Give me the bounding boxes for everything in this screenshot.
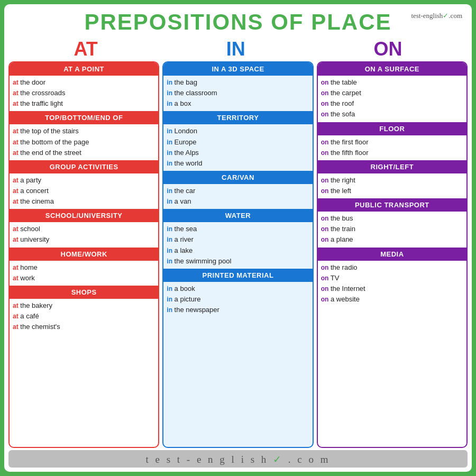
section-header: FLOOR xyxy=(318,122,466,135)
section-items: at homeat work xyxy=(10,261,158,286)
preposition: at xyxy=(13,89,19,97)
preposition: at xyxy=(13,139,19,146)
page-inner: PREPOSITIONS OF PLACE test-english✓.com … xyxy=(4,4,472,472)
section-header: IN A 3D SPACE xyxy=(163,62,312,76)
preposition: at xyxy=(13,225,19,233)
footer-bar: t e s t - e n g l i s h ✓ . c o m xyxy=(8,450,468,468)
preposition: on xyxy=(321,100,329,107)
section-items: at a partyat a concertat the cinema xyxy=(10,173,158,209)
list-item: at a café xyxy=(13,311,155,322)
section-items: in the seain a riverin a lakein the swim… xyxy=(163,222,312,269)
preposition: at xyxy=(13,236,19,243)
list-item: in the classroom xyxy=(167,88,309,98)
in-column: IN A 3D SPACEin the bagin the classroomi… xyxy=(162,61,313,448)
preposition: at xyxy=(13,149,19,157)
list-item: in the sea xyxy=(167,224,309,234)
list-item: at the end of the street xyxy=(13,148,155,158)
preposition: in xyxy=(167,127,172,135)
list-item: at the bakery xyxy=(13,300,155,311)
section-items: in Londonin Europein the Alpsin the worl… xyxy=(163,124,312,171)
section-header: SHOPS xyxy=(10,286,158,299)
preposition: at xyxy=(13,187,19,195)
preposition: on xyxy=(321,225,329,233)
at-title: AT xyxy=(74,38,97,60)
list-item: on the radio xyxy=(321,262,463,273)
preposition: on xyxy=(321,139,329,146)
section-header: PUBLIC TRANSPORT xyxy=(318,198,466,212)
preposition: at xyxy=(13,313,19,320)
section-header: HOME/WORK xyxy=(10,248,158,261)
list-item: in a box xyxy=(167,98,309,109)
preposition: on xyxy=(321,177,329,184)
preposition: in xyxy=(167,149,172,157)
page-header: PREPOSITIONS OF PLACE test-english✓.com xyxy=(4,4,472,36)
preposition: in xyxy=(167,306,172,314)
preposition: in xyxy=(167,258,172,265)
preposition: at xyxy=(13,323,19,331)
list-item: on the sofa xyxy=(321,109,463,120)
list-item: in the world xyxy=(167,158,309,169)
list-item: in the Alps xyxy=(167,148,309,158)
list-item: in a picture xyxy=(167,294,309,305)
preposition: in xyxy=(167,285,172,292)
section-header: RIGHT/LEFT xyxy=(318,160,466,173)
preposition: at xyxy=(13,100,19,107)
list-item: at the traffic light xyxy=(13,98,155,109)
columns-body: AT A POINTat the doorat the crossroadsat… xyxy=(4,61,472,450)
preposition: in xyxy=(167,89,172,97)
preposition: on xyxy=(321,236,329,243)
footer-text: t e s t - e n g l i s h ✓ . c o m xyxy=(145,454,330,465)
section-items: in the carin a van xyxy=(163,184,312,209)
preposition: in xyxy=(167,139,172,146)
list-item: at the top of the stairs xyxy=(13,126,155,136)
on-title: ON xyxy=(374,38,402,60)
list-item: at the crossroads xyxy=(13,88,155,98)
section-header: SCHOOL/UNIVERSITY xyxy=(10,209,158,222)
page-title: PREPOSITIONS OF PLACE xyxy=(4,10,472,35)
section-items: in the bagin the classroomin a box xyxy=(163,76,312,111)
section-header: TOP/BOTTOM/END OF xyxy=(10,111,158,124)
list-item: in the newspaper xyxy=(167,305,309,315)
list-item: on a plane xyxy=(321,234,463,245)
preposition: on xyxy=(321,111,329,118)
preposition: at xyxy=(13,274,19,282)
site-label: test-english✓.com xyxy=(411,12,462,20)
list-item: at home xyxy=(13,262,155,273)
preposition: in xyxy=(167,187,172,195)
section-items: in a bookin a picturein the newspaper xyxy=(163,282,312,317)
in-title: IN xyxy=(226,38,245,60)
preposition: in xyxy=(167,236,172,243)
list-item: on the roof xyxy=(321,98,463,109)
preposition: in xyxy=(167,79,172,86)
list-item: in Europe xyxy=(167,137,309,148)
list-item: on the right xyxy=(321,175,463,186)
preposition: on xyxy=(321,89,329,97)
list-item: on the bus xyxy=(321,213,463,224)
list-item: on a website xyxy=(321,294,463,305)
list-item: in a river xyxy=(167,234,309,245)
at-column: AT A POINTat the doorat the crossroadsat… xyxy=(8,61,159,448)
preposition: at xyxy=(13,177,19,184)
preposition: on xyxy=(321,215,329,222)
section-items: on the buson the trainon a plane xyxy=(318,212,466,247)
preposition: on xyxy=(321,149,329,157)
preposition: on xyxy=(321,264,329,271)
list-item: on the Internet xyxy=(321,283,463,294)
list-item: in a van xyxy=(167,196,309,207)
section-items: on the first flooron the fifth floor xyxy=(318,135,466,160)
list-item: at school xyxy=(13,224,155,234)
section-header: CAR/VAN xyxy=(163,171,312,184)
list-item: in a book xyxy=(167,283,309,294)
preposition: on xyxy=(321,296,329,303)
preposition: on xyxy=(321,285,329,292)
preposition: at xyxy=(13,264,19,271)
section-header: GROUP ACTIVITIES xyxy=(10,160,158,173)
preposition: in xyxy=(167,225,172,233)
list-item: on the left xyxy=(321,186,463,196)
preposition: on xyxy=(321,274,329,282)
list-item: at the door xyxy=(13,77,155,88)
section-items: on the righton the left xyxy=(318,173,466,198)
list-item: at the bottom of the page xyxy=(13,137,155,148)
preposition: on xyxy=(321,79,329,86)
list-item: in London xyxy=(167,126,309,136)
